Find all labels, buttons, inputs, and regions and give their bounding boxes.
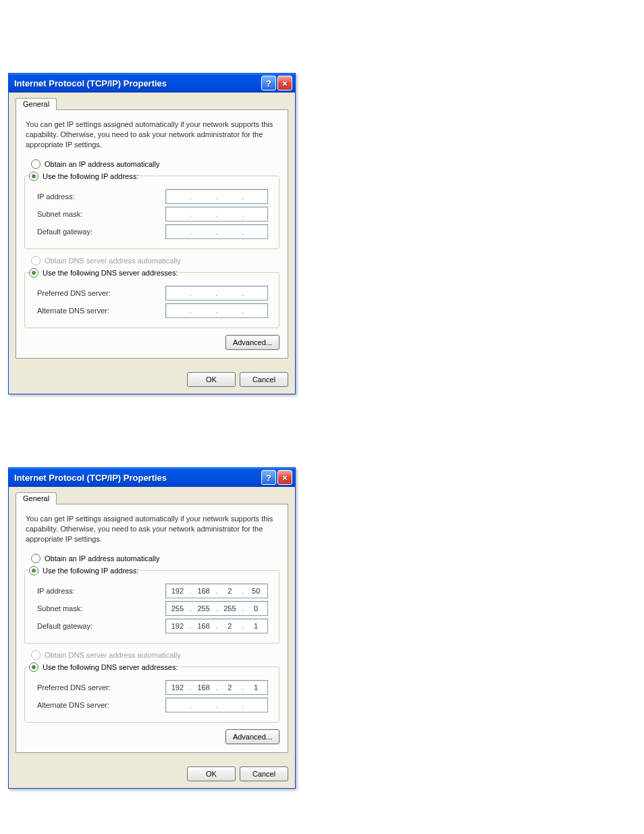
- help-icon[interactable]: ?: [261, 76, 276, 90]
- ok-button[interactable]: OK: [187, 372, 236, 387]
- tab-panel: You can get IP settings assigned automat…: [16, 504, 288, 753]
- input-alternate-dns[interactable]: . . .: [165, 698, 268, 712]
- description-text: You can get IP settings assigned automat…: [26, 514, 278, 544]
- input-alternate-dns[interactable]: . . .: [165, 303, 268, 318]
- cancel-button[interactable]: Cancel: [240, 766, 288, 781]
- input-preferred-dns[interactable]: 192. 168. 2. 1: [165, 680, 268, 695]
- field-subnet-mask: Subnet mask: 255. 255. 255. 0: [32, 601, 272, 616]
- radio-obtain-dns: Obtain DNS server address automatically: [31, 650, 279, 660]
- radio-label: Use the following DNS server addresses:: [43, 269, 178, 277]
- advanced-row: Advanced...: [24, 335, 279, 350]
- ok-button[interactable]: OK: [187, 766, 236, 781]
- tab-panel: You can get IP settings assigned automat…: [16, 109, 288, 359]
- ip-address-group: Use the following IP address: IP address…: [24, 566, 279, 644]
- dialog-body: General You can get IP settings assigned…: [9, 487, 295, 760]
- window-title: Internet Protocol (TCP/IP) Properties: [14, 78, 260, 88]
- tab-general[interactable]: General: [16, 492, 57, 504]
- tcpip-properties-dialog: Internet Protocol (TCP/IP) Properties ? …: [8, 467, 296, 789]
- radio-label: Obtain DNS server address automatically: [45, 651, 181, 659]
- label-ip-address: IP address:: [32, 587, 165, 595]
- tab-general[interactable]: General: [16, 98, 57, 110]
- cancel-button[interactable]: Cancel: [240, 372, 288, 387]
- label-ip-address: IP address:: [32, 192, 165, 201]
- input-default-gateway[interactable]: . . .: [165, 224, 268, 239]
- label-preferred-dns: Preferred DNS server:: [32, 289, 165, 297]
- close-icon[interactable]: ×: [277, 76, 292, 90]
- radio-icon: [29, 172, 38, 181]
- ip-address-group: Use the following IP address: IP address…: [24, 172, 279, 249]
- input-subnet-mask[interactable]: . . .: [165, 207, 268, 221]
- input-ip-address[interactable]: . . .: [165, 189, 268, 204]
- field-preferred-dns: Preferred DNS server: 192. 168. 2. 1: [32, 680, 272, 695]
- dns-address-group: Use the following DNS server addresses: …: [24, 268, 279, 328]
- window-title: Internet Protocol (TCP/IP) Properties: [14, 473, 260, 483]
- radio-obtain-dns: Obtain DNS server address automatically: [31, 256, 279, 265]
- radio-icon: [31, 159, 41, 169]
- description-text: You can get IP settings assigned automat…: [26, 120, 278, 150]
- label-subnet-mask: Subnet mask:: [32, 210, 165, 218]
- radio-obtain-ip[interactable]: Obtain an IP address automatically: [31, 554, 279, 563]
- radio-use-ip[interactable]: Use the following IP address:: [29, 566, 138, 575]
- advanced-button[interactable]: Advanced...: [225, 335, 279, 350]
- radio-obtain-ip[interactable]: Obtain an IP address automatically: [31, 159, 279, 169]
- footer: OK Cancel: [9, 365, 295, 394]
- label-default-gateway: Default gateway:: [32, 622, 165, 630]
- field-alternate-dns: Alternate DNS server: . . .: [32, 698, 272, 712]
- radio-icon: [29, 662, 38, 672]
- dns-address-group: Use the following DNS server addresses: …: [24, 662, 279, 723]
- radio-icon: [29, 268, 38, 278]
- input-subnet-mask[interactable]: 255. 255. 255. 0: [165, 601, 268, 616]
- dialog-body: General You can get IP settings assigned…: [9, 93, 295, 365]
- input-preferred-dns[interactable]: . . .: [165, 286, 268, 301]
- radio-icon: [31, 554, 41, 563]
- field-ip-address: IP address: . . .: [32, 189, 272, 204]
- radio-use-ip[interactable]: Use the following IP address:: [29, 172, 138, 181]
- footer: OK Cancel: [9, 760, 295, 788]
- radio-label: Obtain an IP address automatically: [45, 160, 159, 168]
- radio-icon: [29, 566, 38, 575]
- input-ip-address[interactable]: 192. 168. 2. 50: [165, 583, 268, 598]
- radio-icon: [31, 256, 41, 265]
- tabstrip: General: [16, 492, 288, 504]
- label-alternate-dns: Alternate DNS server:: [32, 307, 165, 315]
- field-subnet-mask: Subnet mask: . . .: [32, 207, 272, 221]
- titlebar[interactable]: Internet Protocol (TCP/IP) Properties ? …: [9, 74, 295, 93]
- field-default-gateway: Default gateway: . . .: [32, 224, 272, 239]
- advanced-button[interactable]: Advanced...: [225, 729, 279, 744]
- help-icon[interactable]: ?: [261, 470, 276, 485]
- radio-label: Use the following IP address:: [43, 172, 138, 180]
- label-preferred-dns: Preferred DNS server:: [32, 683, 165, 692]
- input-default-gateway[interactable]: 192. 168. 2. 1: [165, 619, 268, 633]
- radio-use-dns[interactable]: Use the following DNS server addresses:: [29, 662, 178, 672]
- label-subnet-mask: Subnet mask:: [32, 604, 165, 613]
- field-preferred-dns: Preferred DNS server: . . .: [32, 286, 272, 301]
- field-alternate-dns: Alternate DNS server: . . .: [32, 303, 272, 318]
- radio-use-dns[interactable]: Use the following DNS server addresses:: [29, 268, 178, 278]
- label-alternate-dns: Alternate DNS server:: [32, 701, 165, 709]
- radio-label: Obtain DNS server address automatically: [45, 257, 181, 265]
- radio-label: Obtain an IP address automatically: [45, 554, 159, 563]
- titlebar[interactable]: Internet Protocol (TCP/IP) Properties ? …: [9, 468, 295, 487]
- field-ip-address: IP address: 192. 168. 2. 50: [32, 583, 272, 598]
- radio-icon: [31, 650, 41, 660]
- field-default-gateway: Default gateway: 192. 168. 2. 1: [32, 619, 272, 633]
- label-default-gateway: Default gateway:: [32, 228, 165, 236]
- close-icon[interactable]: ×: [277, 470, 292, 485]
- tcpip-properties-dialog: Internet Protocol (TCP/IP) Properties ? …: [8, 73, 296, 394]
- tabstrip: General: [16, 98, 288, 110]
- advanced-row: Advanced...: [24, 729, 279, 744]
- radio-label: Use the following DNS server addresses:: [43, 663, 178, 671]
- radio-label: Use the following IP address:: [43, 567, 138, 575]
